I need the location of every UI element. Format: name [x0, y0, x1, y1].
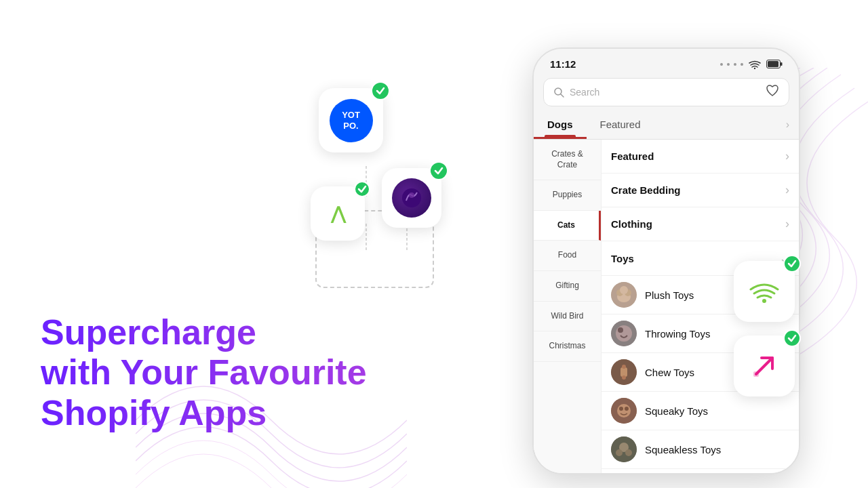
signal-dot-2 — [727, 63, 730, 66]
heart-icon[interactable] — [766, 85, 779, 100]
toy-thumb-throwing — [611, 321, 637, 346]
sidebar-left: Crates &Crate Puppies Cats Food Gifting … — [534, 140, 601, 474]
svg-point-20 — [616, 325, 632, 342]
toy-thumb-plush — [611, 282, 637, 308]
svg-point-21 — [618, 327, 623, 333]
toy-label-throwing: Throwing Toys — [645, 328, 710, 340]
check-badge-arrow — [354, 181, 370, 197]
svg-point-32 — [616, 449, 623, 456]
sidebar-item-crates[interactable]: Crates &Crate — [534, 140, 601, 180]
menu-label-featured: Featured — [611, 150, 785, 162]
arrow-icon: ⋀ — [331, 203, 345, 224]
toy-item-squeakless[interactable]: Squeakless Toys — [601, 430, 799, 469]
svg-point-24 — [622, 365, 626, 369]
menu-item-crate-bedding[interactable]: Crate Bedding › — [601, 174, 799, 207]
check-badge-purple — [429, 161, 448, 180]
chevron-crate-bedding: › — [785, 183, 789, 197]
redirect-app-card[interactable] — [734, 336, 795, 396]
svg-point-18 — [620, 286, 628, 294]
toy-thumb-squeakless — [611, 436, 637, 462]
svg-point-1 — [409, 192, 414, 198]
toy-thumb-squeaky — [611, 398, 637, 424]
signal-dot-3 — [734, 63, 736, 66]
signal-dot-1 — [720, 63, 723, 66]
sidebar-item-christmas[interactable]: Christmas — [534, 331, 601, 362]
menu-label-crate-bedding: Crate Bedding — [611, 184, 785, 196]
tab-dogs[interactable]: Dogs — [534, 112, 587, 139]
headline-text: Supercharge with Your Favourite Shopify … — [41, 312, 434, 434]
svg-line-13 — [561, 94, 564, 97]
menu-item-featured[interactable]: Featured › — [601, 140, 799, 174]
battery-icon — [766, 60, 783, 68]
toy-label-squeakless: Squeakless Toys — [645, 444, 721, 455]
svg-rect-23 — [620, 367, 627, 377]
toy-label-chew: Chew Toys — [645, 367, 694, 378]
check-badge-redirect — [783, 329, 801, 347]
headline-line3: Shopify Apps — [41, 393, 267, 432]
signal-dot-4 — [741, 63, 743, 66]
redirect-icon — [751, 352, 778, 380]
yotpo-app-card[interactable]: YOTPO. — [319, 88, 383, 152]
search-placeholder: Search — [570, 87, 599, 98]
toy-thumb-chew — [611, 359, 637, 385]
sidebar-item-gifting[interactable]: Gifting — [534, 271, 601, 302]
yotpo-logo: YOTPO. — [330, 99, 373, 142]
svg-point-29 — [625, 407, 629, 411]
toy-label-squeaky: Squeaky Toys — [645, 405, 708, 417]
svg-point-28 — [619, 407, 623, 411]
check-badge-yotpo — [371, 81, 390, 100]
toy-item-squeaky[interactable]: Squeaky Toys — [601, 392, 799, 430]
wifi-status-icon — [749, 60, 761, 69]
toy-label-plush: Plush Toys — [645, 289, 694, 301]
svg-rect-11 — [768, 61, 778, 67]
sidebar-item-food[interactable]: Food — [534, 241, 601, 271]
sidebar-item-cats[interactable]: Cats — [534, 211, 601, 241]
tab-featured[interactable]: Featured — [587, 112, 654, 139]
svg-point-33 — [625, 449, 632, 456]
chevron-tab-icon: › — [776, 112, 799, 139]
arrow-app-card[interactable]: ⋀ — [311, 186, 365, 241]
chevron-clothing: › — [785, 217, 789, 231]
heart-svg — [766, 85, 779, 97]
left-panel: Supercharge with Your Favourite Shopify … — [0, 0, 475, 488]
chevron-featured: › — [785, 149, 789, 163]
status-icons — [720, 60, 783, 69]
sidebar-item-puppies[interactable]: Puppies — [534, 180, 601, 211]
check-badge-wifi — [783, 255, 801, 272]
svg-point-6 — [762, 299, 766, 303]
toy-item-interactive[interactable]: Interactive Toys — [601, 469, 799, 474]
purple-logo — [392, 178, 431, 218]
status-bar: 11:12 — [534, 49, 799, 75]
search-icon — [553, 87, 564, 98]
purple-circle-app-card[interactable] — [382, 168, 441, 228]
menu-item-clothing[interactable]: Clothing › — [601, 207, 799, 241]
wifi-app-card[interactable] — [734, 261, 795, 322]
menu-label-clothing: Clothing — [611, 218, 785, 230]
svg-point-8 — [754, 67, 755, 68]
headline-line1: Supercharge — [41, 312, 256, 352]
headline-line2: with Your Favourite — [41, 352, 367, 392]
svg-point-25 — [622, 375, 626, 380]
svg-rect-7 — [753, 371, 759, 377]
search-bar[interactable]: Search — [543, 78, 789, 106]
status-time: 11:12 — [550, 58, 576, 70]
nav-tabs: Dogs Featured › — [534, 112, 799, 140]
sidebar-item-wildbird[interactable]: Wild Bird — [534, 302, 601, 332]
svg-point-27 — [617, 404, 631, 418]
wifi-icon — [749, 280, 779, 303]
svg-rect-10 — [781, 62, 783, 66]
